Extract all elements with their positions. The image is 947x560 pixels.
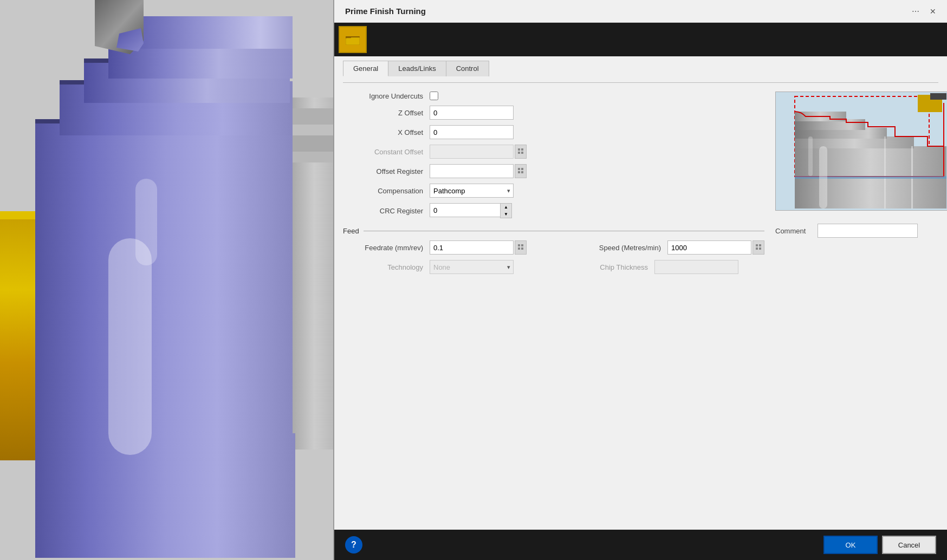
- form-left: Ignore Undercuts Z Offset X Offset Const…: [343, 92, 764, 279]
- x-offset-label: X Offset: [343, 128, 430, 136]
- close-button[interactable]: ✕: [925, 5, 940, 18]
- svg-rect-4: [108, 238, 152, 455]
- crc-register-label: CRC Register: [343, 207, 430, 215]
- chip-thickness-label: Chip Thickness: [557, 263, 654, 271]
- offset-register-input[interactable]: [430, 164, 514, 178]
- technology-chip-row: Technology None Chip Thickness: [343, 260, 764, 274]
- svg-rect-55: [808, 136, 813, 176]
- feed-label: Feed: [343, 227, 364, 235]
- tab-leads-links[interactable]: Leads/Links: [388, 61, 446, 76]
- title-bar: Prime Finish Turning ⋯ ✕: [334, 0, 947, 23]
- comment-input[interactable]: [818, 224, 918, 238]
- svg-rect-10: [60, 80, 84, 84]
- crc-spinner-down[interactable]: ▼: [501, 211, 511, 218]
- preview-svg: [776, 92, 947, 211]
- comment-row: Comment: [775, 224, 947, 238]
- ok-button[interactable]: OK: [823, 536, 878, 554]
- compensation-select-wrapper: Pathcomp Computer Control Wear Reverse W…: [430, 184, 514, 198]
- technology-group: Technology None: [343, 260, 514, 274]
- toolbar-folder-button[interactable]: [339, 26, 367, 53]
- svg-rect-8: [133, 16, 293, 49]
- constant-offset-label: Constant Offset: [343, 148, 430, 156]
- grid-icon: [517, 148, 524, 155]
- feedrate-grid-icon: [517, 244, 524, 251]
- comment-label: Comment: [775, 227, 813, 235]
- svg-rect-45: [930, 93, 946, 100]
- svg-rect-15: [0, 217, 35, 460]
- crc-register-row: CRC Register ▲ ▼: [343, 203, 764, 218]
- menu-dots-button[interactable]: ⋯: [908, 5, 923, 18]
- speed-grid-icon: [755, 244, 762, 251]
- help-icon: ?: [351, 540, 356, 550]
- svg-rect-54: [819, 146, 827, 209]
- cancel-button[interactable]: Cancel: [882, 536, 936, 554]
- help-button[interactable]: ?: [345, 536, 362, 554]
- tab-general[interactable]: General: [343, 61, 388, 76]
- crc-register-input[interactable]: [430, 203, 500, 217]
- svg-rect-37: [521, 248, 523, 250]
- svg-rect-32: [518, 171, 520, 173]
- svg-rect-2: [35, 119, 295, 558]
- chip-thickness-input: [654, 260, 738, 274]
- technology-select: None: [430, 260, 514, 274]
- viewport-3d: [0, 0, 336, 560]
- dialog-panel: Prime Finish Turning ⋯ ✕ General: [333, 0, 947, 560]
- crc-spinner-up[interactable]: ▲: [501, 204, 511, 211]
- svg-rect-28: [518, 152, 520, 154]
- speed-tool-btn[interactable]: [753, 240, 764, 255]
- svg-rect-29: [521, 152, 523, 154]
- svg-rect-25: [346, 38, 359, 44]
- svg-rect-27: [521, 148, 523, 151]
- content-area: General Leads/Links Control Ignore Under…: [334, 56, 947, 530]
- feedrate-group: Feedrate (mm/rev): [343, 240, 527, 255]
- dialog-title: Prime Finish Turning: [345, 6, 426, 16]
- feed-section-title: Feed: [343, 227, 764, 235]
- svg-rect-52: [884, 136, 886, 209]
- svg-rect-53: [795, 176, 946, 179]
- speed-label: Speed (Metres/min): [570, 244, 667, 252]
- toolbar: [334, 23, 947, 56]
- bottom-buttons: OK Cancel: [823, 536, 936, 554]
- feedrate-input[interactable]: [430, 240, 514, 255]
- offset-register-tool-btn[interactable]: [515, 164, 527, 178]
- feedrate-tool-btn[interactable]: [515, 240, 527, 255]
- feed-section: Feed Feedrate (mm/rev): [343, 227, 764, 274]
- svg-rect-9: [35, 119, 60, 123]
- bottom-bar: ? OK Cancel: [334, 530, 947, 560]
- svg-rect-16: [0, 211, 35, 219]
- svg-rect-17: [293, 108, 336, 125]
- tab-control[interactable]: Control: [446, 61, 489, 76]
- folder-icon: [345, 33, 360, 46]
- compensation-select[interactable]: Pathcomp Computer Control Wear Reverse W…: [430, 184, 514, 198]
- speed-input[interactable]: [667, 240, 751, 255]
- compensation-row: Compensation Pathcomp Computer Control W…: [343, 184, 764, 198]
- form-area: Ignore Undercuts Z Offset X Offset Const…: [343, 92, 938, 279]
- svg-rect-35: [521, 244, 523, 246]
- svg-rect-38: [756, 244, 758, 246]
- constant-offset-tool-btn[interactable]: [515, 145, 527, 159]
- feedrate-speed-row: Feedrate (mm/rev): [343, 240, 764, 255]
- chip-thickness-group: Chip Thickness: [557, 260, 738, 274]
- svg-rect-40: [756, 248, 758, 250]
- constant-offset-row: Constant Offset: [343, 145, 764, 159]
- grid-icon-2: [517, 167, 524, 175]
- ignore-undercuts-checkbox[interactable]: [430, 92, 438, 100]
- svg-rect-21: [293, 162, 336, 433]
- svg-rect-18: [293, 125, 336, 135]
- z-offset-label: Z Offset: [343, 109, 430, 117]
- z-offset-input[interactable]: [430, 106, 514, 120]
- menu-dots-icon: ⋯: [912, 7, 919, 16]
- svg-rect-34: [518, 244, 520, 246]
- title-controls: ⋯ ✕: [908, 5, 940, 18]
- svg-rect-41: [759, 248, 761, 250]
- svg-rect-20: [293, 152, 336, 162]
- tabs-container: General Leads/Links Control: [343, 61, 938, 76]
- ignore-undercuts-label: Ignore Undercuts: [343, 92, 430, 100]
- form-right: Comment: [775, 92, 947, 279]
- feedrate-label: Feedrate (mm/rev): [343, 244, 430, 252]
- crc-spinner-buttons: ▲ ▼: [500, 203, 512, 218]
- x-offset-row: X Offset: [343, 125, 764, 139]
- constant-offset-input: [430, 145, 514, 159]
- x-offset-input[interactable]: [430, 125, 514, 139]
- offset-register-label: Offset Register: [343, 167, 430, 175]
